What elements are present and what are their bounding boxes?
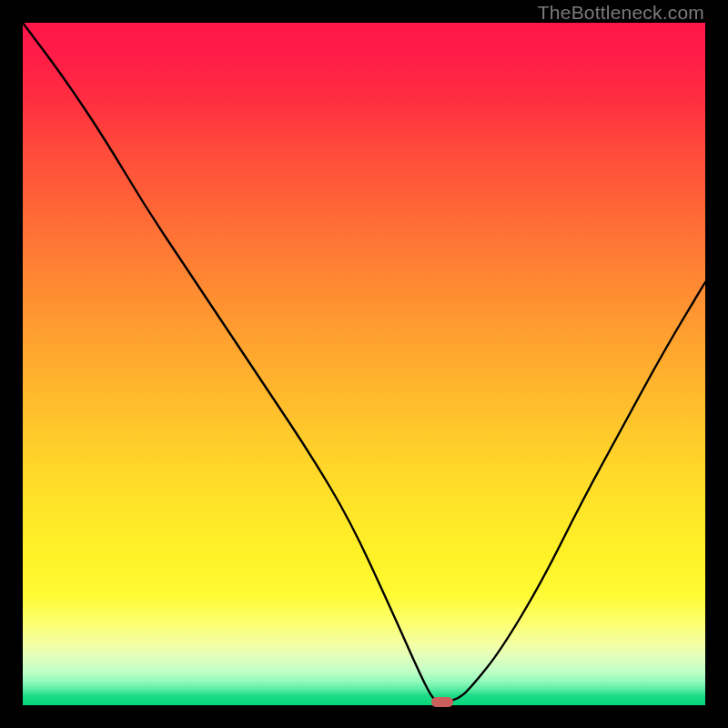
optimal-marker (431, 697, 453, 707)
bottleneck-curve (23, 23, 705, 705)
watermark-text: TheBottleneck.com (538, 2, 704, 24)
chart-plot-area (23, 23, 705, 705)
chart-frame: TheBottleneck.com (0, 0, 728, 728)
